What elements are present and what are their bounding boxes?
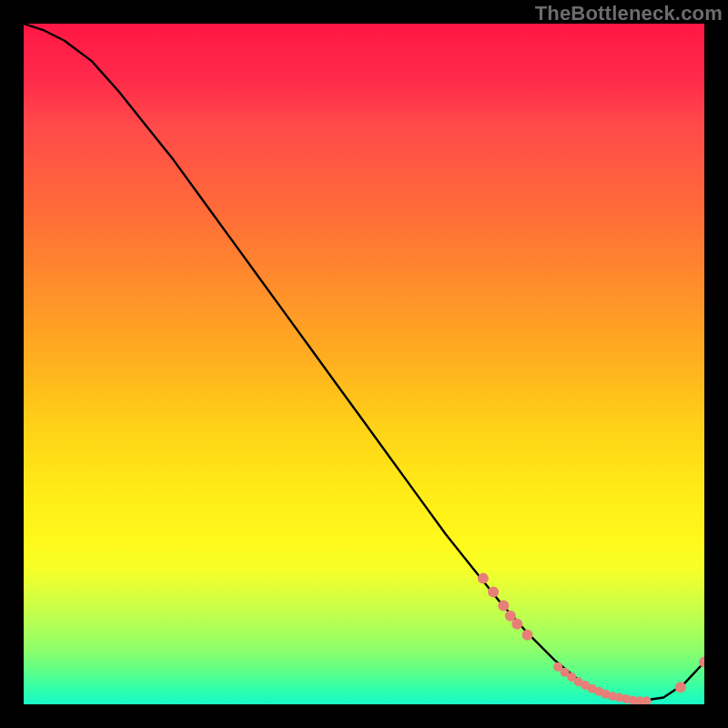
scatter-markers (478, 573, 704, 704)
cluster-rise-point (675, 682, 686, 693)
chart-area (24, 24, 704, 704)
cluster-upper-point (498, 601, 509, 612)
cluster-upper-point (488, 587, 499, 598)
cluster-bottom-point (642, 696, 651, 704)
cluster-upper-point (522, 630, 533, 641)
watermark-label: TheBottleneck.com (535, 2, 723, 25)
cluster-upper-point (478, 573, 489, 584)
bottleneck-curve (24, 24, 704, 702)
cluster-upper-point (511, 619, 522, 630)
chart-svg (24, 24, 704, 704)
